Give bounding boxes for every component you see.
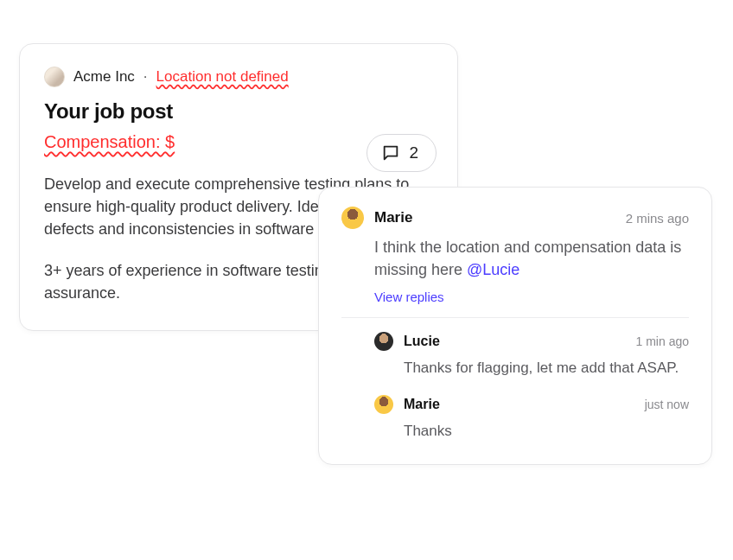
comment-head: Marie 2 mins ago bbox=[341, 207, 689, 229]
comment-icon bbox=[381, 143, 400, 162]
company-name: Acme Inc bbox=[73, 68, 135, 86]
reply: Lucie1 min agoThanks for flagging, let m… bbox=[374, 332, 689, 379]
avatar bbox=[341, 207, 364, 229]
avatar bbox=[374, 395, 393, 414]
comment-body: I think the location and compensation da… bbox=[374, 236, 689, 281]
reply-author: Marie bbox=[404, 397, 440, 412]
separator: · bbox=[143, 68, 148, 86]
job-header: Acme Inc · Location not defined bbox=[44, 67, 433, 87]
view-replies-link[interactable]: View replies bbox=[374, 290, 444, 304]
comment-text: I think the location and compensation da… bbox=[374, 239, 681, 278]
comment-author: Marie bbox=[374, 209, 412, 226]
comment-root: Marie 2 mins ago I think the location an… bbox=[341, 207, 689, 305]
company-avatar bbox=[44, 67, 65, 87]
comments-button[interactable]: 2 bbox=[366, 134, 437, 172]
replies-list: Lucie1 min agoThanks for flagging, let m… bbox=[374, 332, 689, 442]
avatar bbox=[374, 332, 393, 351]
compensation-placeholder[interactable]: Compensation: $ bbox=[44, 132, 175, 152]
reply-head: Mariejust now bbox=[374, 395, 689, 414]
job-title: Your job post bbox=[44, 99, 433, 124]
comments-count: 2 bbox=[409, 143, 418, 162]
reply-timestamp: 1 min ago bbox=[636, 334, 689, 348]
location-placeholder[interactable]: Location not defined bbox=[156, 68, 289, 86]
comment-timestamp: 2 mins ago bbox=[626, 211, 689, 226]
comments-panel: Marie 2 mins ago I think the location an… bbox=[318, 187, 712, 465]
reply-body: Thanks bbox=[404, 421, 689, 442]
reply: Mariejust nowThanks bbox=[374, 395, 689, 442]
mention[interactable]: @Lucie bbox=[467, 261, 519, 278]
divider bbox=[341, 317, 689, 318]
reply-timestamp: just now bbox=[645, 398, 689, 411]
reply-author: Lucie bbox=[404, 334, 440, 349]
reply-body: Thanks for flagging, let me add that ASA… bbox=[404, 358, 689, 379]
reply-head: Lucie1 min ago bbox=[374, 332, 689, 351]
